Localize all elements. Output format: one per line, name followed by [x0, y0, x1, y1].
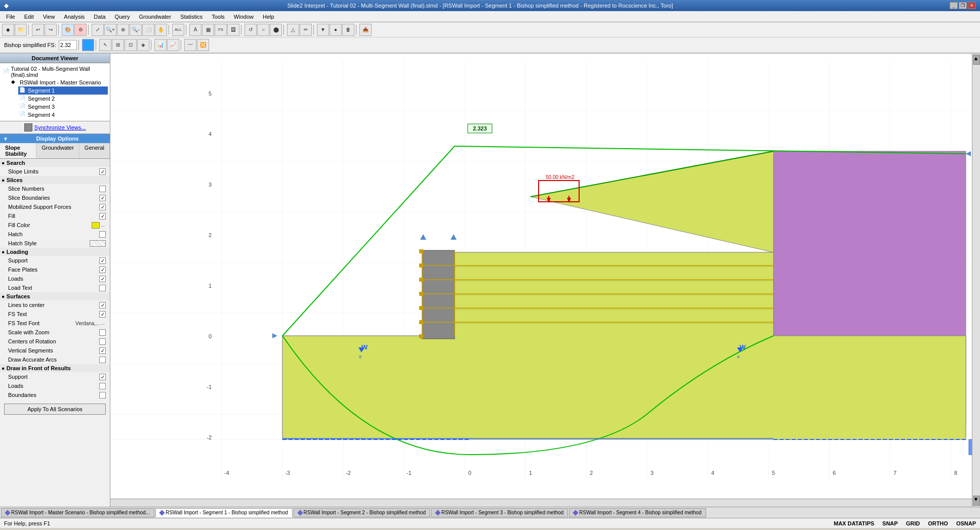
- tree-item-seg1[interactable]: 📄 Segment 1: [18, 86, 108, 95]
- hatch-checkbox[interactable]: [99, 231, 106, 238]
- compute-btn[interactable]: ⚙: [74, 24, 87, 36]
- zoom-box-btn[interactable]: ⬜: [142, 24, 154, 36]
- tree-item-root[interactable]: 📄 Tutorial 02 - Multi-Segment Wall (fina…: [2, 65, 108, 78]
- trash-btn[interactable]: 🗑: [342, 24, 354, 36]
- globe-btn[interactable]: 🌐: [82, 39, 94, 51]
- zoom-in-btn[interactable]: 🔍+: [104, 24, 116, 36]
- menu-view[interactable]: View: [39, 13, 59, 21]
- table-btn[interactable]: ▦: [202, 24, 214, 36]
- status-grid[interactable]: GRID: [906, 520, 920, 526]
- undo2-btn[interactable]: ↺: [244, 24, 257, 36]
- menu-analysis[interactable]: Analysis: [60, 13, 89, 21]
- zoom-extents-btn[interactable]: ⤢: [92, 24, 104, 36]
- fill-color-swatch[interactable]: [92, 222, 100, 229]
- tree-item-seg4[interactable]: 📄 Segment 4: [18, 111, 108, 119]
- sync-views-btn[interactable]: Synchronize Views...: [34, 124, 86, 130]
- canvas-area[interactable]: -4 -3 -2 -1 0 1 2 3 4 5 6 7 8 9 -2 -1 0: [110, 54, 980, 507]
- tab-seg2[interactable]: RSWall Import - Segment 2 - Bishop simpl…: [294, 508, 430, 517]
- window-restore-btn[interactable]: _: [950, 2, 958, 9]
- menu-window[interactable]: Window: [230, 13, 258, 21]
- menu-query[interactable]: Query: [111, 13, 134, 21]
- tab-groundwater[interactable]: Groundwater: [36, 143, 79, 158]
- draw-btn[interactable]: △: [287, 24, 299, 36]
- interp-btn[interactable]: 〰: [184, 39, 196, 51]
- section-search[interactable]: Search: [0, 159, 110, 167]
- ellipse-btn[interactable]: ⬤: [270, 24, 282, 36]
- scroll-up-btn[interactable]: ▲: [973, 55, 980, 65]
- tab-master[interactable]: RSWall Import - Master Scenario - Bishop…: [1, 508, 154, 517]
- section-draw-front[interactable]: Draw in Front of Results: [0, 364, 110, 372]
- interp2-btn[interactable]: 🔀: [197, 39, 209, 51]
- filter2-btn[interactable]: ⊞: [112, 39, 124, 51]
- scale-zoom-checkbox[interactable]: [99, 329, 106, 336]
- circle2-btn[interactable]: ●: [330, 24, 342, 36]
- tab-slope-stability[interactable]: Slope Stability: [0, 143, 36, 158]
- window-maximize-btn[interactable]: ❐: [959, 2, 967, 9]
- export-btn[interactable]: 📤: [359, 24, 372, 36]
- bottom-scrollbar[interactable]: [110, 499, 972, 507]
- sel4-btn[interactable]: ◈: [137, 39, 149, 51]
- section-loading[interactable]: Loading: [0, 248, 110, 256]
- slope-limits-checkbox[interactable]: [99, 168, 106, 175]
- menu-help[interactable]: Help: [259, 13, 278, 21]
- draw2-btn[interactable]: ✏: [300, 24, 312, 36]
- dif-support-checkbox[interactable]: [99, 374, 106, 380]
- display-btn[interactable]: 🎨: [62, 24, 74, 36]
- menu-statistics[interactable]: Statistics: [176, 13, 207, 21]
- hatch-style-swatch[interactable]: [90, 240, 106, 247]
- zoom-out-btn[interactable]: 🔍-: [130, 24, 142, 36]
- query2-btn[interactable]: 📊: [154, 39, 167, 51]
- circle-btn[interactable]: ○: [257, 24, 269, 36]
- fill-color-more[interactable]: ...: [100, 223, 106, 228]
- status-snap[interactable]: SNAP: [882, 520, 898, 526]
- filter-btn[interactable]: ▼: [317, 24, 329, 36]
- window-close-btn[interactable]: ✕: [968, 2, 976, 9]
- pan-btn[interactable]: ✋: [155, 24, 167, 36]
- section-surfaces[interactable]: Surfaces: [0, 292, 110, 300]
- dif-boundaries-checkbox[interactable]: [99, 392, 106, 399]
- slice-numbers-checkbox[interactable]: [99, 186, 106, 192]
- menu-data[interactable]: Data: [90, 13, 109, 21]
- fill-checkbox[interactable]: [99, 213, 106, 219]
- centers-rotation-checkbox[interactable]: [99, 338, 106, 345]
- tab-seg1[interactable]: RSWall Import - Segment 1 - Bishop simpl…: [155, 508, 292, 517]
- zoom-all-btn[interactable]: ALL: [172, 24, 184, 36]
- new-btn[interactable]: ◆: [2, 24, 14, 36]
- scroll-down-btn[interactable]: ▼: [973, 496, 980, 506]
- zoom-center-btn[interactable]: ⊕: [117, 24, 129, 36]
- loads-checkbox[interactable]: [99, 276, 106, 282]
- status-osnap[interactable]: OSNAP: [956, 520, 976, 526]
- sel3-btn[interactable]: ⊡: [125, 39, 137, 51]
- tree-item-seg3[interactable]: 📄 Segment 3: [18, 103, 108, 111]
- load-text-checkbox[interactable]: [99, 285, 106, 291]
- fs-table-btn[interactable]: FS: [215, 24, 227, 36]
- redo-btn[interactable]: ↪: [45, 24, 57, 36]
- open-btn[interactable]: 📁: [15, 24, 27, 36]
- lines-center-checkbox[interactable]: [99, 302, 106, 308]
- apply-all-scenarios-btn[interactable]: Apply To All Scenarios: [4, 404, 106, 415]
- menu-edit[interactable]: Edit: [20, 13, 38, 21]
- undo-btn[interactable]: ↩: [32, 24, 44, 36]
- section-slices[interactable]: Slices: [0, 176, 110, 184]
- select-btn[interactable]: ↖: [99, 39, 111, 51]
- vertical-segments-checkbox[interactable]: [99, 347, 106, 354]
- support-checkbox[interactable]: [99, 257, 106, 264]
- menu-file[interactable]: File: [2, 13, 19, 21]
- face-plates-checkbox[interactable]: [99, 267, 106, 273]
- slice-boundaries-checkbox[interactable]: [99, 195, 106, 201]
- right-scrollbar[interactable]: ▲ ▼: [972, 54, 980, 507]
- tab-seg3[interactable]: RSWall Import - Segment 3 - Bishop simpl…: [431, 508, 568, 517]
- mobilized-support-checkbox[interactable]: [99, 204, 106, 210]
- export-img-btn[interactable]: 🖼: [227, 24, 239, 36]
- tree-item-seg2[interactable]: 📄 Segment 2: [18, 95, 108, 103]
- dif-loads-checkbox[interactable]: [99, 383, 106, 389]
- menu-tools[interactable]: Tools: [208, 13, 229, 21]
- tab-general[interactable]: General: [79, 143, 110, 158]
- fs-font-more[interactable]: ...: [100, 321, 106, 326]
- menu-groundwater[interactable]: Groundwater: [135, 13, 176, 21]
- status-datatips[interactable]: MAX DATATIPS: [834, 520, 874, 526]
- fs-text-checkbox[interactable]: [99, 311, 106, 318]
- fs-input[interactable]: [59, 40, 77, 50]
- draw-arcs-checkbox[interactable]: [99, 357, 106, 363]
- status-ortho[interactable]: ORTHO: [928, 520, 948, 526]
